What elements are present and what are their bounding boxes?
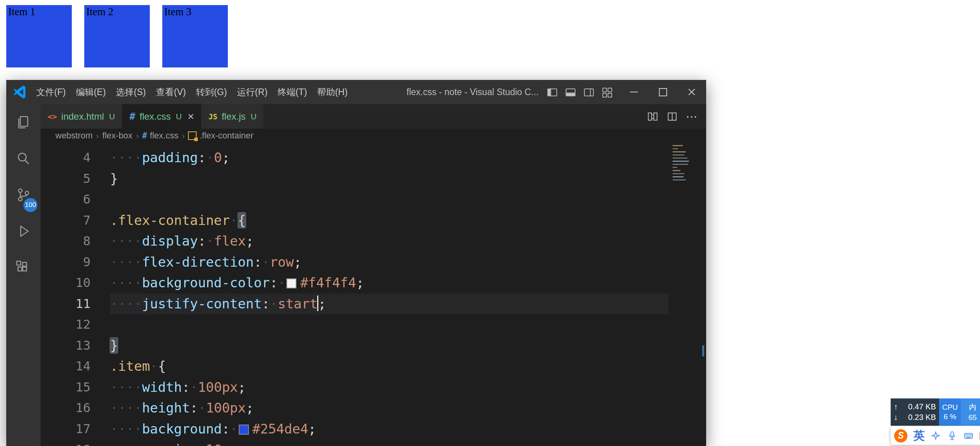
chevron-right-icon: › bbox=[182, 131, 185, 140]
window-title: flex.css - note - Visual Studio C... bbox=[407, 80, 538, 104]
customize-layout-icon[interactable] bbox=[601, 86, 613, 98]
menu-item-1[interactable]: 编辑(E) bbox=[71, 80, 111, 104]
memory-label: 内 bbox=[969, 402, 976, 412]
tab-index.html[interactable]: <>index.htmlU bbox=[41, 104, 123, 129]
menu-item-5[interactable]: 运行(R) bbox=[232, 80, 273, 104]
code-line-14[interactable]: 14.item·{ bbox=[41, 356, 669, 377]
tab-label: index.html bbox=[61, 111, 104, 122]
color-swatch[interactable] bbox=[239, 425, 249, 435]
ime-language-mode[interactable]: 英 bbox=[913, 428, 925, 444]
code-line-4[interactable]: 4····padding:·0; bbox=[41, 147, 669, 168]
css-file-icon: # bbox=[130, 111, 135, 122]
css-file-icon: # bbox=[142, 131, 147, 140]
tab-bar: <>index.htmlU#flex.cssU×JSflex.jsU ⋯ bbox=[41, 104, 706, 129]
sogou-logo-icon[interactable]: S bbox=[894, 429, 907, 442]
code-line-12[interactable]: 12 bbox=[41, 314, 669, 335]
toggle-sidebar-icon[interactable] bbox=[546, 86, 558, 98]
upload-arrow-icon: ↑ bbox=[894, 402, 898, 411]
menu-item-2[interactable]: 选择(S) bbox=[111, 80, 151, 104]
code-line-13[interactable]: 13} bbox=[41, 335, 669, 356]
explorer-button[interactable] bbox=[6, 104, 41, 140]
menu-item-4[interactable]: 转到(G) bbox=[191, 80, 232, 104]
code-text: } bbox=[110, 335, 118, 356]
more-actions-icon[interactable]: ⋯ bbox=[686, 110, 698, 123]
code-lines: 4····padding:·0;5}67.flex-container·{8··… bbox=[41, 147, 669, 446]
extensions-button[interactable] bbox=[6, 249, 41, 285]
run-debug-button[interactable] bbox=[6, 213, 41, 249]
breadcrumb-item-flex-box[interactable]: flex-box bbox=[102, 131, 132, 141]
network-speeds: ↑0.47 KB ↓0.23 KB bbox=[891, 398, 939, 426]
maximize-button[interactable] bbox=[648, 80, 677, 104]
code-line-8[interactable]: 8····display:·flex; bbox=[41, 231, 669, 252]
code-editor[interactable]: 4····padding:·0;5}67.flex-container·{8··… bbox=[41, 143, 706, 446]
menu-item-3[interactable]: 查看(V) bbox=[151, 80, 191, 104]
tab-flex.css[interactable]: #flex.cssU× bbox=[123, 104, 202, 129]
overview-ruler-marker bbox=[702, 345, 704, 356]
minimap[interactable] bbox=[673, 145, 695, 192]
title-bar: 文件(F)编辑(E)选择(S)查看(V)转到(G)运行(R)终端(T)帮助(H)… bbox=[6, 80, 706, 104]
toggle-secondary-sidebar-icon[interactable] bbox=[583, 86, 595, 98]
files-icon bbox=[15, 114, 32, 131]
menu-item-6[interactable]: 终端(T) bbox=[273, 80, 312, 104]
close-tab-icon[interactable]: × bbox=[188, 111, 194, 122]
breadcrumb-label: flex.css bbox=[150, 131, 178, 141]
git-status-badge: U bbox=[109, 112, 115, 121]
editor-actions: ⋯ bbox=[647, 104, 698, 129]
flex-item-1: Item 1 bbox=[6, 5, 72, 67]
code-line-17[interactable]: 17····background:·#254de4; bbox=[41, 419, 669, 440]
microphone-icon[interactable] bbox=[947, 430, 957, 441]
breadcrumb-item-.flex-container[interactable]: .flex-container bbox=[188, 131, 253, 141]
code-text: ····background-color:·#f4f4f4; bbox=[110, 273, 364, 294]
flex-item-3: Item 3 bbox=[162, 5, 228, 67]
line-number: 18 bbox=[41, 439, 91, 446]
flex-item-2: Item 2 bbox=[84, 5, 150, 67]
tab-label: flex.css bbox=[140, 111, 171, 122]
vscode-logo-icon bbox=[12, 85, 27, 99]
keyboard-icon[interactable] bbox=[963, 430, 974, 441]
cpu-label: CPU bbox=[942, 403, 958, 412]
cpu-stat: CPU 6 % bbox=[939, 398, 961, 426]
close-icon bbox=[688, 88, 696, 96]
code-line-11[interactable]: 11····justify-content:·start; bbox=[41, 294, 669, 315]
code-line-16[interactable]: 16····height:·100px; bbox=[41, 398, 669, 419]
maximize-icon bbox=[659, 88, 667, 96]
vscode-window: 文件(F)编辑(E)选择(S)查看(V)转到(G)运行(R)终端(T)帮助(H)… bbox=[6, 80, 706, 446]
breadcrumb-item-flex.css[interactable]: #flex.css bbox=[142, 131, 178, 141]
chevron-right-icon: › bbox=[96, 131, 99, 140]
js-file-icon: JS bbox=[208, 112, 217, 121]
line-number: 13 bbox=[41, 335, 91, 356]
code-line-15[interactable]: 15····width:·100px; bbox=[41, 377, 669, 398]
split-editor-icon[interactable] bbox=[666, 111, 678, 122]
line-number: 5 bbox=[41, 168, 91, 189]
code-line-6[interactable]: 6 bbox=[41, 189, 669, 210]
code-line-7[interactable]: 7.flex-container·{ bbox=[41, 210, 669, 231]
close-button[interactable] bbox=[677, 80, 706, 104]
source-control-button[interactable]: 100 bbox=[6, 177, 41, 213]
sparkle-icon[interactable] bbox=[930, 430, 941, 441]
minimize-button[interactable] bbox=[620, 80, 648, 104]
code-line-5[interactable]: 5} bbox=[41, 168, 669, 189]
input-method-bar: S 英 bbox=[891, 427, 980, 445]
code-text: .flex-container·{ bbox=[110, 210, 246, 231]
cpu-value: 6 % bbox=[944, 412, 957, 421]
git-status-badge: U bbox=[176, 112, 182, 121]
upload-speed: 0.47 KB bbox=[908, 402, 936, 411]
toggle-panel-icon[interactable] bbox=[565, 86, 577, 98]
breadcrumb-item-webstrom[interactable]: webstrom bbox=[55, 131, 92, 141]
menu-item-0[interactable]: 文件(F) bbox=[31, 80, 71, 104]
code-line-9[interactable]: 9····flex-direction:·row; bbox=[41, 252, 669, 273]
menu-item-7[interactable]: 帮助(H) bbox=[312, 80, 353, 104]
tab-flex.js[interactable]: JSflex.jsU bbox=[201, 104, 264, 129]
menu-bar: 文件(F)编辑(E)选择(S)查看(V)转到(G)运行(R)终端(T)帮助(H) bbox=[31, 80, 353, 104]
line-number: 4 bbox=[41, 147, 91, 168]
breadcrumb-label: .flex-container bbox=[199, 131, 253, 141]
code-line-10[interactable]: 10····background-color:·#f4f4f4; bbox=[41, 273, 669, 294]
color-swatch[interactable] bbox=[286, 278, 296, 288]
memory-value: 65 bbox=[968, 413, 976, 422]
search-button[interactable] bbox=[6, 140, 41, 177]
code-text: ····display:·flex; bbox=[110, 231, 254, 252]
code-line-18[interactable]: 18····margin:·10px; bbox=[41, 439, 669, 446]
git-status-badge: U bbox=[251, 112, 257, 121]
scm-pending-badge: 100 bbox=[23, 198, 37, 212]
open-changes-icon[interactable] bbox=[647, 111, 659, 122]
